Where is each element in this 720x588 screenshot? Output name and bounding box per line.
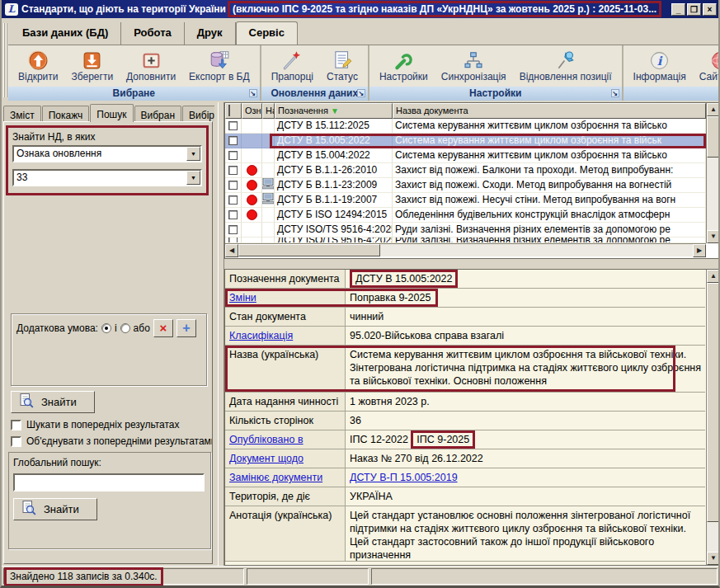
update-mark-icon <box>247 209 257 220</box>
dialog-launcher-icon[interactable]: ↘ <box>249 89 257 97</box>
checkbox-previous[interactable] <box>11 420 21 430</box>
table-row[interactable]: ДСТУ Б В.1.1-23:2009Захист від пожежі. С… <box>225 178 706 193</box>
toolbar-button-append[interactable]: Доповнити <box>120 48 182 84</box>
dialog-launcher-icon[interactable]: ↘ <box>611 89 619 97</box>
row-checkbox[interactable] <box>228 121 238 130</box>
scroll-right-icon[interactable]: ▶ <box>693 244 706 257</box>
table-row[interactable]: ДСТУ Б В.1.1-19:2007Захист від пожежі. Н… <box>225 193 706 208</box>
details-label-link[interactable]: Класифікація <box>229 330 293 341</box>
left-tab-Покажч[interactable]: Покажч <box>42 106 90 122</box>
table-row[interactable]: ДСТУ Б ISO 12494:2015Обледеніння будівел… <box>225 208 706 223</box>
chevron-down-icon[interactable]: ▼ <box>186 147 200 161</box>
row-checkbox[interactable] <box>228 210 238 219</box>
row-checkbox[interactable] <box>228 195 238 205</box>
remove-condition-button[interactable]: × <box>153 319 173 337</box>
global-search-input[interactable] <box>13 473 205 492</box>
row-checkbox-cell <box>225 238 242 243</box>
search-value-combobox[interactable]: 33 ▼ <box>12 169 202 186</box>
condition-label: Додаткова умова: <box>16 322 98 334</box>
toolbar-button-pin[interactable]: Відновлення позиції <box>513 48 619 84</box>
toolbar-button-export-db[interactable]: Експорт в БД <box>182 48 256 84</box>
toolbar-button-open[interactable]: Відкрити <box>12 48 65 84</box>
table-row[interactable]: ДСТУ ISO/TS 9516-4:2025 (ISРуди залізні.… <box>225 238 706 243</box>
ribbon-tab-Робота[interactable]: Робота <box>121 22 185 45</box>
left-tab-Пошук[interactable]: Пошук <box>90 104 133 122</box>
row-checkbox[interactable] <box>228 225 238 234</box>
left-tab-Зміст[interactable]: Зміст <box>3 106 41 122</box>
toolbar-button-info[interactable]: iІнформація <box>627 48 693 84</box>
ribbon-tab-Сервіс[interactable]: Сервіс <box>236 21 298 45</box>
horizontal-splitter[interactable] <box>224 259 720 269</box>
details-value: 1 жовтня 2023 р. <box>346 393 705 411</box>
details-label-link[interactable]: Документ щодо чинності <box>229 453 304 468</box>
global-find-button[interactable]: Знайти <box>13 498 97 520</box>
table-vscroll-thumb[interactable] <box>707 116 720 158</box>
table-horizontal-scrollbar[interactable]: ◀ ▶ <box>225 243 706 256</box>
row-checkbox[interactable] <box>228 238 238 243</box>
search-field-combobox[interactable]: Ознака оновлення ▼ <box>12 145 202 162</box>
header-select-all[interactable] <box>225 103 242 119</box>
toolbar-button-sync[interactable]: Синхронізація <box>435 48 513 84</box>
select-all-checkbox[interactable] <box>228 105 230 116</box>
details-vertical-scrollbar[interactable]: ▲ ▼ <box>706 270 719 565</box>
radio-or[interactable] <box>120 323 130 333</box>
close-button[interactable]: × <box>703 3 717 16</box>
table-vertical-scrollbar[interactable]: ▲ ▼ <box>706 103 719 243</box>
scroll-left-icon[interactable]: ◀ <box>225 244 238 257</box>
scroll-down-icon[interactable]: ▼ <box>707 230 720 243</box>
toolbar-button-status-doc[interactable]: Статус <box>320 48 365 84</box>
row-checkbox[interactable] <box>228 181 238 190</box>
scroll-up-icon[interactable]: ▲ <box>707 103 720 116</box>
maximize-button[interactable]: ❐ <box>687 3 701 16</box>
details-grid: Позначення документаДСТУ В 15.005:2022Зм… <box>225 270 705 565</box>
add-condition-button[interactable]: + <box>176 319 196 337</box>
dialog-launcher-icon[interactable]: ↘ <box>357 89 365 97</box>
toolbar-button-wand[interactable]: Прапорці <box>265 48 320 84</box>
details-label-link[interactable]: Замінює документи <box>229 472 322 483</box>
left-tab-Вибран[interactable]: Вибран <box>134 106 182 122</box>
ribbon-tab-Друк[interactable]: Друк <box>185 22 236 45</box>
table-row[interactable]: ДСТУ В 15.005:2022Система керування житт… <box>225 134 706 148</box>
toolbar-button-wrench[interactable]: Настройки <box>373 48 435 84</box>
details-label-link[interactable]: Опубліковано в <box>229 434 304 445</box>
toolbar-button-save[interactable]: Зберегти <box>65 48 120 84</box>
table-row[interactable]: ДСТУ Б В.1.1-26:2010Захист від пожежі. Б… <box>225 163 706 178</box>
row-code: ДСТУ В 15.005:2022 <box>275 134 393 148</box>
table-row[interactable]: ДСТУ В 15.004:2022Система керування житт… <box>225 148 706 163</box>
details-label: Замінює документи <box>225 468 346 487</box>
table-hscroll-thumb[interactable] <box>238 244 380 256</box>
row-checkbox[interactable] <box>228 151 238 160</box>
checkbox-merge[interactable] <box>11 436 21 447</box>
scroll-down-icon[interactable]: ▼ <box>707 552 720 565</box>
merge-previous-option[interactable]: Об'єднувати з попередніми результатами <box>11 435 212 447</box>
radio-and[interactable] <box>101 323 111 333</box>
search-previous-option[interactable]: Шукати в попередніх результатах <box>11 419 212 430</box>
row-mark-cell <box>242 119 262 134</box>
header-availability[interactable]: Ная <box>262 103 275 119</box>
toolbar-button-label: Відкрити <box>18 71 59 82</box>
left-tab-Вибірка[interactable]: Вибірка <box>182 106 214 122</box>
details-label-text: Позначення документа <box>229 273 340 285</box>
minimize-button[interactable]: _ <box>671 3 685 16</box>
find-button[interactable]: Знайти <box>11 391 95 413</box>
header-mark[interactable]: Озн <box>242 103 262 119</box>
table-row[interactable]: ДСТУ В 15.112:2025Система керування житт… <box>225 119 706 134</box>
ribbon-tab-Бази даних (БД)[interactable]: Бази даних (БД) <box>10 22 121 45</box>
toolbar-button-globe[interactable]: Сайт Лес <box>693 48 720 84</box>
chevron-down-icon[interactable]: ▼ <box>186 171 200 185</box>
update-mark-icon <box>247 195 257 205</box>
vertical-splitter[interactable] <box>218 102 224 566</box>
details-label-link[interactable]: Зміни <box>229 292 256 303</box>
row-name: Система керування життєвим циклом озброє… <box>393 148 706 163</box>
scroll-up-icon[interactable]: ▲ <box>707 270 720 283</box>
row-checkbox[interactable] <box>228 166 238 175</box>
header-name[interactable]: Назва документа <box>393 103 706 119</box>
table-row[interactable]: ДСТУ ISO/TS 9516-4:2025 (ISРуди залізні.… <box>225 223 706 238</box>
row-checkbox[interactable] <box>228 136 238 145</box>
details-value-link[interactable]: ДСТУ В-П 15.005:2019 <box>350 472 458 483</box>
wand-icon <box>281 49 303 71</box>
header-code[interactable]: Позначення ▼ <box>275 103 393 119</box>
details-vscroll-thumb[interactable] <box>707 283 719 522</box>
details-value2-highlight: ІПС 9-2025 <box>411 430 475 449</box>
row-checkbox-cell <box>225 223 242 238</box>
